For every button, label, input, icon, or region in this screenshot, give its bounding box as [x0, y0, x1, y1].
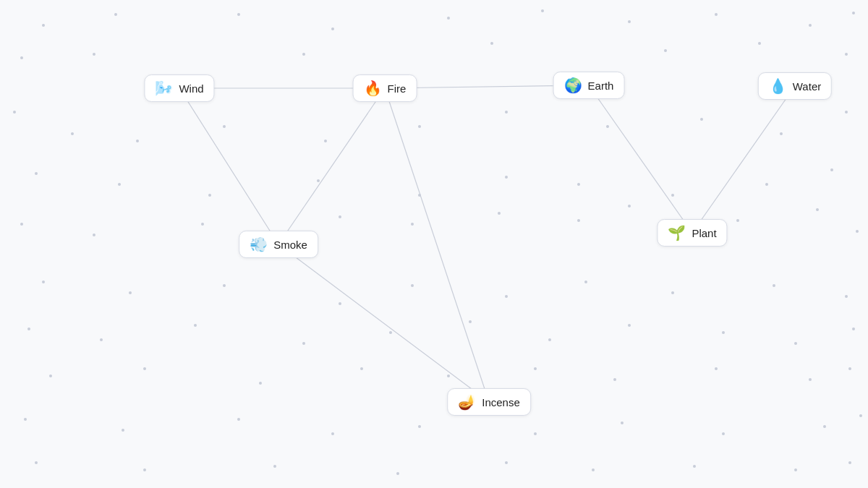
background-dot: [35, 461, 38, 464]
background-dot: [129, 291, 132, 294]
smoke-icon: 💨: [250, 237, 268, 252]
background-dot: [201, 223, 204, 226]
node-incense[interactable]: 🪔Incense: [447, 388, 531, 416]
background-dot: [20, 56, 23, 59]
background-dot: [856, 230, 859, 233]
earth-label: Earth: [588, 80, 614, 92]
background-dot: [722, 331, 725, 334]
edge-line: [589, 85, 692, 233]
node-smoke[interactable]: 💨Smoke: [239, 231, 318, 258]
background-dot: [859, 414, 862, 417]
background-dot: [223, 125, 226, 128]
background-dot: [122, 429, 124, 432]
background-dot: [27, 328, 30, 330]
background-dot: [541, 9, 544, 12]
background-dot: [447, 17, 450, 20]
wind-icon: 🌬️: [155, 81, 173, 95]
background-dot: [418, 194, 421, 197]
node-water[interactable]: 💧Water: [758, 72, 832, 100]
background-dot: [671, 194, 674, 197]
background-dot: [42, 24, 45, 27]
smoke-label: Smoke: [273, 239, 307, 251]
background-dot: [592, 468, 595, 471]
background-dot: [237, 13, 240, 16]
plant-icon: 🌱: [668, 226, 686, 240]
background-dot: [758, 42, 761, 45]
background-dot: [447, 374, 450, 377]
background-dot: [773, 284, 775, 287]
background-dot: [194, 324, 197, 327]
background-dot: [848, 461, 851, 464]
background-dot: [302, 342, 305, 345]
edge-line: [278, 244, 489, 402]
incense-label: Incense: [482, 396, 520, 408]
background-dot: [534, 367, 537, 370]
background-dot: [830, 168, 833, 171]
plant-label: Plant: [692, 227, 716, 239]
node-plant[interactable]: 🌱Plant: [657, 219, 727, 247]
background-dot: [794, 342, 797, 345]
background-dot: [664, 49, 667, 52]
background-dot: [223, 284, 226, 287]
node-wind[interactable]: 🌬️Wind: [144, 74, 214, 102]
background-dot: [498, 212, 501, 215]
graph-canvas: 🌬️Wind🔥Fire🌍Earth💧Water💨Smoke🌱Plant🪔Ince…: [0, 0, 868, 488]
background-dot: [418, 425, 421, 428]
edge-line: [385, 88, 489, 402]
background-dot: [114, 13, 117, 16]
background-dot: [628, 324, 631, 327]
background-dot: [852, 328, 855, 330]
background-dot: [360, 367, 363, 370]
water-label: Water: [793, 80, 821, 93]
background-dot: [722, 432, 725, 435]
background-dot: [93, 53, 95, 56]
background-dot: [331, 432, 334, 435]
earth-icon: 🌍: [564, 78, 582, 93]
background-dot: [809, 378, 812, 381]
wind-label: Wind: [179, 82, 203, 95]
fire-icon: 🔥: [364, 81, 382, 95]
background-dot: [505, 461, 508, 464]
background-dot: [317, 179, 320, 182]
fire-label: Fire: [388, 82, 407, 95]
background-dot: [852, 12, 855, 14]
background-dot: [35, 172, 38, 175]
background-dot: [715, 13, 718, 16]
background-dot: [418, 125, 421, 128]
background-dot: [845, 53, 848, 56]
background-dot: [628, 20, 631, 23]
background-dot: [505, 176, 508, 179]
background-dot: [339, 215, 341, 218]
background-dot: [845, 111, 848, 114]
background-dot: [339, 302, 341, 305]
background-dot: [548, 338, 551, 341]
background-dot: [534, 432, 537, 435]
background-dot: [302, 53, 305, 56]
background-dot: [505, 111, 508, 114]
background-dot: [136, 140, 139, 142]
background-dot: [715, 367, 718, 370]
water-icon: 💧: [769, 79, 787, 93]
background-dot: [324, 140, 327, 142]
background-dot: [693, 465, 696, 468]
edge-line: [692, 86, 795, 233]
background-dot: [208, 194, 211, 197]
edge-line: [278, 88, 385, 244]
background-dot: [13, 111, 16, 114]
background-dot: [584, 281, 587, 283]
background-dot: [671, 291, 674, 294]
background-dot: [848, 367, 851, 370]
background-dot: [396, 472, 399, 475]
background-dot: [780, 132, 783, 135]
background-dot: [577, 183, 580, 186]
node-fire[interactable]: 🔥Fire: [353, 74, 417, 102]
background-dot: [765, 183, 768, 186]
background-dot: [736, 219, 739, 222]
edge-line: [179, 88, 278, 244]
background-dot: [606, 125, 609, 128]
background-dot: [505, 295, 508, 298]
background-dot: [845, 295, 848, 298]
background-dot: [628, 205, 631, 207]
node-earth[interactable]: 🌍Earth: [553, 72, 625, 99]
background-dot: [613, 378, 616, 381]
